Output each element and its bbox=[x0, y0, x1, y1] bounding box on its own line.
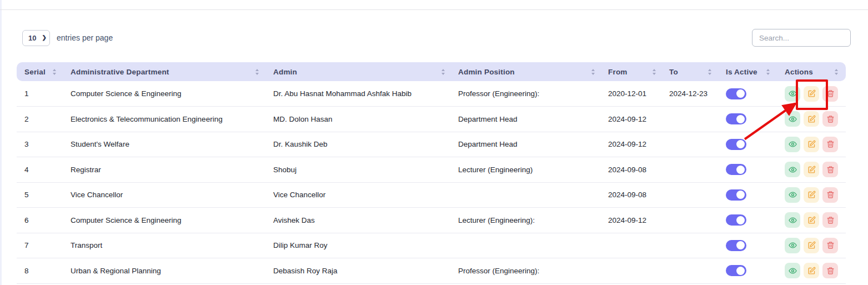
toggle-knob bbox=[736, 191, 745, 199]
cell-department: Computer Science & Engineering bbox=[64, 81, 267, 107]
cell-is-active bbox=[719, 258, 777, 284]
cell-actions bbox=[777, 107, 846, 132]
column-header-position[interactable]: Admin Position bbox=[453, 62, 603, 81]
cell-serial: 2 bbox=[17, 107, 64, 132]
is-active-toggle[interactable] bbox=[726, 88, 746, 99]
cell-to bbox=[664, 182, 719, 208]
sort-icon[interactable] bbox=[766, 69, 770, 75]
column-header-admin[interactable]: Admin bbox=[267, 62, 453, 81]
trash-icon bbox=[826, 191, 835, 199]
cell-from: 2024-09-12 bbox=[603, 107, 664, 132]
cell-admin: Vice Chancellor bbox=[267, 182, 453, 208]
toggle-knob bbox=[736, 267, 745, 275]
eye-icon bbox=[789, 166, 797, 174]
cell-to bbox=[664, 258, 719, 284]
cell-admin: Dilip Kumar Roy bbox=[267, 233, 453, 258]
is-active-toggle[interactable] bbox=[726, 164, 746, 175]
column-header-to[interactable]: To bbox=[664, 62, 719, 81]
view-button[interactable] bbox=[785, 137, 800, 152]
sort-icon[interactable] bbox=[591, 69, 595, 75]
view-button[interactable] bbox=[785, 212, 800, 228]
cell-is-active bbox=[719, 132, 777, 157]
column-header-department[interactable]: Administrative Department bbox=[64, 62, 267, 81]
sort-icon[interactable] bbox=[255, 69, 259, 75]
delete-button[interactable] bbox=[822, 212, 838, 228]
entries-per-page-select[interactable]: 10 bbox=[22, 30, 50, 46]
column-label: Admin bbox=[273, 68, 297, 76]
table-row: 7 Transport Dilip Kumar Roy bbox=[17, 233, 846, 258]
column-label: From bbox=[608, 68, 628, 76]
is-active-toggle[interactable] bbox=[726, 139, 746, 150]
cell-is-active bbox=[719, 157, 777, 183]
delete-button[interactable] bbox=[822, 86, 838, 102]
delete-button[interactable] bbox=[822, 111, 838, 127]
cell-to bbox=[664, 233, 719, 258]
sort-icon[interactable] bbox=[441, 69, 445, 75]
sort-icon[interactable] bbox=[53, 69, 56, 75]
search-input[interactable] bbox=[752, 29, 851, 47]
edit-button[interactable] bbox=[804, 86, 819, 102]
view-button[interactable] bbox=[785, 187, 800, 203]
cell-is-active bbox=[719, 208, 777, 233]
edit-button[interactable] bbox=[804, 238, 819, 253]
eye-icon bbox=[789, 191, 797, 199]
delete-button[interactable] bbox=[822, 162, 838, 177]
cell-admin-position: Lecturer (Engineering) bbox=[453, 157, 603, 183]
column-label: Serial bbox=[24, 68, 46, 76]
table-row: 1 Computer Science & Engineering Dr. Abu… bbox=[17, 81, 846, 107]
is-active-toggle[interactable] bbox=[726, 189, 746, 201]
toggle-knob bbox=[736, 166, 745, 174]
edit-button[interactable] bbox=[804, 187, 819, 203]
table-row: 4 Registrar Shobuj Lecturer (Engineering… bbox=[17, 157, 846, 183]
table-header: SerialAdministrative DepartmentAdminAdmi… bbox=[17, 62, 846, 81]
column-label: Administrative Department bbox=[71, 68, 169, 76]
edit-icon bbox=[807, 89, 816, 98]
is-active-toggle[interactable] bbox=[726, 113, 746, 124]
sort-icon[interactable] bbox=[708, 69, 711, 75]
column-header-actions[interactable]: Actions bbox=[777, 62, 846, 81]
cell-department: Computer Science & Engineering bbox=[64, 208, 267, 233]
cell-from bbox=[603, 233, 664, 258]
view-button[interactable] bbox=[785, 238, 800, 253]
toggle-knob bbox=[736, 140, 745, 148]
is-active-toggle[interactable] bbox=[726, 240, 746, 251]
entries-per-page-label: entries per page bbox=[57, 33, 113, 42]
edit-button[interactable] bbox=[804, 137, 819, 152]
eye-icon bbox=[789, 216, 797, 224]
delete-button[interactable] bbox=[822, 137, 838, 152]
cell-admin-position bbox=[453, 233, 603, 258]
cell-actions bbox=[777, 132, 846, 157]
table-toolbar: 10 ❯ entries per page bbox=[22, 29, 851, 47]
cell-from: 2024-09-08 bbox=[603, 157, 664, 183]
cell-serial: 7 bbox=[17, 233, 64, 258]
delete-button[interactable] bbox=[822, 187, 838, 203]
view-button[interactable] bbox=[785, 162, 800, 177]
column-header-serial[interactable]: Serial bbox=[17, 62, 64, 81]
cell-admin-position: Professor (Engineering): bbox=[453, 81, 603, 107]
table-row: 5 Vice Chancellor Vice Chancellor 2024-0… bbox=[17, 182, 846, 208]
view-button[interactable] bbox=[785, 111, 800, 127]
is-active-toggle[interactable] bbox=[726, 265, 746, 276]
top-divider bbox=[0, 9, 868, 10]
column-header-from[interactable]: From bbox=[603, 62, 664, 81]
eye-icon bbox=[789, 115, 797, 123]
delete-button[interactable] bbox=[822, 263, 838, 278]
cell-admin: MD. Dolon Hasan bbox=[267, 107, 453, 132]
sort-icon[interactable] bbox=[653, 69, 656, 75]
edit-button[interactable] bbox=[804, 162, 819, 177]
cell-actions bbox=[777, 208, 846, 233]
column-label: Is Active bbox=[726, 68, 757, 76]
view-button[interactable] bbox=[785, 86, 800, 102]
is-active-toggle[interactable] bbox=[726, 214, 746, 226]
view-button[interactable] bbox=[785, 263, 800, 278]
cell-actions bbox=[777, 233, 846, 258]
cell-serial: 1 bbox=[17, 81, 64, 107]
cell-admin-position bbox=[453, 182, 603, 208]
column-header-is_active[interactable]: Is Active bbox=[719, 62, 777, 81]
edit-button[interactable] bbox=[804, 263, 819, 278]
delete-button[interactable] bbox=[822, 238, 838, 253]
cell-from: 2024-09-12 bbox=[603, 132, 664, 157]
edit-button[interactable] bbox=[804, 212, 819, 228]
edit-button[interactable] bbox=[804, 111, 819, 127]
sort-icon[interactable] bbox=[835, 69, 838, 75]
